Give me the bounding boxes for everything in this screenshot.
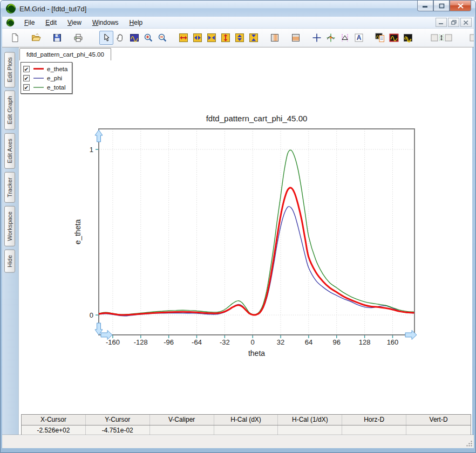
menu-view[interactable]: View [62, 18, 87, 28]
pan-hand-button[interactable] [113, 31, 127, 45]
legend-label-e_phi: e_phi [47, 75, 62, 81]
sidebar-tab-workspace[interactable]: Workspace [4, 206, 15, 246]
legend-label-e_theta: e_theta [47, 66, 67, 72]
legend-item-e_phi: ✔e_phi [23, 73, 67, 83]
readout-value-h-cal-dx- [214, 425, 278, 436]
plot-gridlines [99, 129, 414, 335]
sidebar-tab-tracker[interactable]: Tracker [4, 172, 15, 203]
plot-with-legend-button[interactable] [373, 31, 387, 45]
new-file-button[interactable] [8, 31, 22, 45]
x-tick-label-64: 64 [305, 338, 312, 346]
match-horizontal-scales-button[interactable] [468, 31, 474, 45]
mdi-restore-button[interactable] [448, 18, 459, 27]
readout-header-row: X-CursorY-CursorV-CaliperH-Cal (dX)H-Cal… [22, 415, 471, 425]
legend-label-e_total: e_total [47, 84, 66, 91]
plot-canvas: -160-128-96-64-32032649612816001 fdtd_pa… [19, 60, 474, 411]
zoom-to-fit-button[interactable] [127, 31, 141, 45]
x-axis-label: theta [248, 349, 265, 358]
x-tick-label--64: -64 [192, 338, 202, 346]
stretch-x-button[interactable] [191, 31, 205, 45]
caliper-button[interactable] [338, 31, 352, 45]
shrink-y-button[interactable] [247, 31, 261, 45]
single-plot-button[interactable] [387, 31, 401, 45]
sidebar: Edit PlotsEdit GraphEdit AxesTrackerWork… [2, 47, 18, 435]
stretch-y-button[interactable] [233, 31, 247, 45]
y-axis-top-handle[interactable] [95, 130, 103, 142]
tracker-button[interactable] [324, 31, 338, 45]
vertical-gridlines-button[interactable] [268, 31, 282, 45]
readout-header-y-cursor: Y-Cursor [86, 415, 150, 425]
mdi-close-icon [464, 20, 468, 25]
expand-y-scale-button[interactable] [219, 31, 233, 45]
zoom-out-button[interactable] [155, 31, 169, 45]
menu-help[interactable]: Help [124, 18, 148, 28]
zoom-in-button[interactable] [141, 31, 155, 45]
sidebar-tab-hide[interactable]: Hide [4, 250, 15, 273]
menu-file[interactable]: File [19, 18, 40, 28]
app-logo-icon [5, 3, 16, 14]
document-page: fdtd_pattern_cart_phi_45.00 -160-128-96-… [18, 47, 472, 435]
resize-grip[interactable] [466, 440, 473, 447]
x-tick-label--96: -96 [164, 338, 174, 346]
select-cursor-button[interactable] [99, 31, 113, 45]
svg-text:A: A [357, 34, 362, 42]
restore-button[interactable] [433, 1, 450, 11]
sidebar-tab-edit-plots[interactable]: Edit Plots [4, 52, 15, 87]
cursor-readout-table: X-CursorY-CursorV-CaliperH-Cal (dX)H-Cal… [21, 414, 471, 436]
legend-line-sample-e_theta [33, 68, 44, 70]
mdi-close-button[interactable] [460, 18, 472, 27]
readout-value-x-cursor: -2.526e+02 [22, 425, 86, 436]
print-button[interactable] [71, 31, 85, 45]
sidebar-tab-edit-graph[interactable]: Edit Graph [4, 91, 15, 130]
x-tick-label-96: 96 [333, 338, 341, 346]
document-tab-label: fdtd_pattern_cart_phi_45.00 [26, 51, 104, 58]
save-button[interactable] [50, 31, 64, 45]
readout-value-horz-d [342, 425, 406, 436]
y-axis-label: e_theta [73, 219, 82, 244]
readout-header-x-cursor: X-Cursor [22, 415, 86, 425]
axis-handles [95, 130, 417, 340]
legend-checkbox-e_total[interactable]: ✔ [23, 84, 30, 91]
mdi-minimize-icon [439, 20, 444, 25]
restore-icon [439, 3, 445, 9]
document-tab[interactable]: fdtd_pattern_cart_phi_45.00 [19, 48, 111, 60]
y-tick-label-1: 1 [90, 146, 93, 154]
curve-e_total [99, 150, 413, 314]
close-button[interactable] [450, 1, 471, 11]
legend-checkbox-e_phi[interactable]: ✔ [23, 75, 30, 81]
legend-item-e_theta: ✔e_theta [23, 64, 67, 73]
close-icon [458, 3, 464, 9]
axis-ticks: -160-128-96-64-32032649612816001 [90, 146, 399, 346]
minimize-icon [422, 3, 429, 8]
expand-x-scale-button[interactable] [176, 31, 191, 45]
open-file-button[interactable] [29, 31, 43, 45]
menu-edit[interactable]: Edit [40, 18, 62, 28]
readout-header-h-cal-1-dx-: H-Cal (1/dX) [278, 415, 342, 425]
plot-area[interactable]: -160-128-96-64-32032649612816001 fdtd_pa… [19, 60, 474, 411]
readout-value-v-caliper [150, 425, 214, 436]
menu-windows[interactable]: Windows [87, 18, 124, 28]
legend-checkbox-e_theta[interactable]: ✔ [23, 66, 30, 72]
minimize-button[interactable] [417, 1, 433, 11]
mdi-minimize-button[interactable] [436, 18, 447, 27]
y-tick-label-0: 0 [90, 311, 93, 319]
curve-e_phi [99, 207, 413, 316]
menu-items: FileEditViewWindowsHelp [19, 18, 148, 28]
plot-frame [99, 129, 414, 335]
readout-header-vert-d: Vert-D [406, 415, 471, 425]
x-tick-label--32: -32 [220, 338, 230, 346]
crosshair-button[interactable] [310, 31, 324, 45]
readout-header-horz-d: Horz-D [342, 415, 406, 425]
x-tick-label-160: 160 [387, 338, 399, 346]
menu-bar: FileEditViewWindowsHelp [2, 17, 474, 29]
toolbar: A Layout [2, 29, 474, 47]
window-title: EM.Grid - [fdtd_tut7d] [19, 5, 86, 13]
multi-plot-button[interactable] [401, 31, 415, 45]
readout-header-v-caliper: V-Caliper [150, 415, 214, 425]
match-vertical-scales-button[interactable] [429, 31, 454, 45]
plot-legend[interactable]: ✔e_theta✔e_phi✔e_total [21, 62, 72, 94]
add-text-button[interactable]: A [352, 31, 366, 45]
horizontal-gridlines-button[interactable] [289, 31, 303, 45]
shrink-x-button[interactable] [205, 31, 219, 45]
sidebar-tab-edit-axes[interactable]: Edit Axes [4, 133, 15, 169]
